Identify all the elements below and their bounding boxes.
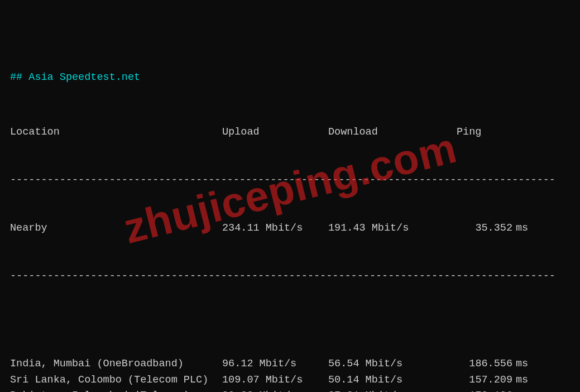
- nearby-download: 191.43 Mbit/s: [328, 221, 434, 237]
- nearby-ping: 35.352: [434, 221, 512, 237]
- cell-ping-unit: ms: [512, 356, 535, 372]
- table-row: Pakistan, Islamabad (Telenor)90.32 Mbit/…: [10, 388, 570, 392]
- header-upload: Upload: [222, 125, 328, 141]
- cell-location: Pakistan, Islamabad (Telenor): [10, 388, 222, 392]
- table-row: Sri Lanka, Colombo (Telecom PLC)109.07 M…: [10, 372, 570, 389]
- cell-download: 56.54 Mbit/s: [328, 356, 434, 372]
- divider-line: ----------------------------------------…: [10, 173, 570, 189]
- section-title: ## Asia Speedtest.net: [10, 70, 570, 93]
- cell-location: Sri Lanka, Colombo (Telecom PLC): [10, 372, 222, 389]
- cell-location: India, Mumbai (OneBroadband): [10, 356, 222, 372]
- divider-line: ----------------------------------------…: [10, 269, 570, 285]
- header-ping: Ping: [434, 125, 535, 141]
- table-row: India, Mumbai (OneBroadband)96.12 Mbit/s…: [10, 356, 570, 372]
- cell-ping-unit: ms: [512, 372, 535, 389]
- cell-ping: 186.556: [434, 356, 512, 372]
- results-table-body: India, Mumbai (OneBroadband)96.12 Mbit/s…: [10, 356, 570, 392]
- header-row: Location Upload Download Ping: [10, 125, 570, 141]
- cell-ping: 157.209: [434, 372, 512, 389]
- blank-line: [10, 317, 570, 324]
- cell-download: 50.14 Mbit/s: [328, 372, 434, 389]
- nearby-location: Nearby: [10, 221, 222, 237]
- cell-upload: 90.32 Mbit/s: [222, 388, 328, 392]
- nearby-upload: 234.11 Mbit/s: [222, 221, 328, 237]
- cell-ping-unit: ms: [512, 388, 535, 392]
- cell-download: 87.81 Mbit/s: [328, 388, 434, 392]
- nearby-row: Nearby 234.11 Mbit/s 191.43 Mbit/s 35.35…: [10, 221, 570, 237]
- nearby-ping-unit: ms: [512, 221, 535, 237]
- header-download: Download: [328, 125, 434, 141]
- header-location: Location: [10, 125, 222, 141]
- cell-upload: 96.12 Mbit/s: [222, 356, 328, 372]
- cell-ping: 173.186: [434, 388, 512, 392]
- cell-upload: 109.07 Mbit/s: [222, 372, 328, 389]
